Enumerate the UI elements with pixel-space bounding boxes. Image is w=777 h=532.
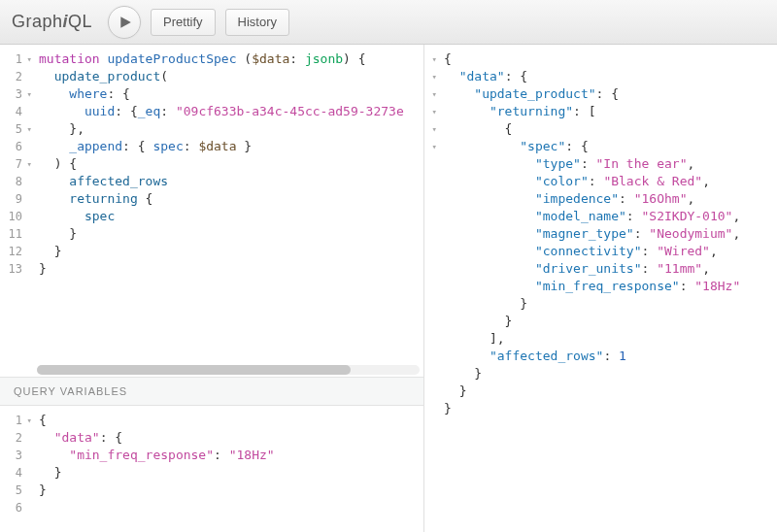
logo: GraphiQL <box>12 12 92 32</box>
query-code[interactable]: mutation updateProductSpec ($data: jsonb… <box>35 45 423 365</box>
scrollbar-thumb[interactable] <box>37 365 351 375</box>
variables-code[interactable]: { "data": { "min_freq_response": "18Hz" … <box>35 406 423 532</box>
topbar: GraphiQL Prettify History <box>0 0 777 45</box>
history-button[interactable]: History <box>225 9 289 36</box>
horizontal-scrollbar[interactable] <box>37 365 420 375</box>
logo-text-2: QL <box>68 12 92 31</box>
query-variables-header[interactable]: Query Variables <box>0 377 423 406</box>
variables-editor[interactable]: 1▾23456 { "data": { "min_freq_response":… <box>0 406 423 532</box>
execute-button[interactable] <box>108 6 141 39</box>
play-icon <box>118 16 132 29</box>
prettify-button[interactable]: Prettify <box>151 9 215 36</box>
variables-gutter: 1▾23456 <box>0 406 35 532</box>
query-editor[interactable]: 1▾23▾45▾67▾8910111213 mutation updatePro… <box>0 45 423 365</box>
query-gutter: 1▾23▾45▾67▾8910111213 <box>0 45 35 365</box>
logo-text: Graph <box>12 12 63 31</box>
left-pane: 1▾23▾45▾67▾8910111213 mutation updatePro… <box>0 45 424 532</box>
workspace: 1▾23▾45▾67▾8910111213 mutation updatePro… <box>0 45 777 532</box>
result-pane: ▾▾▾▾▾▾ { "data": { "update_product": { "… <box>424 45 777 532</box>
result-code: { "data": { "update_product": { "returni… <box>442 45 777 532</box>
result-gutter: ▾▾▾▾▾▾ <box>424 45 442 532</box>
